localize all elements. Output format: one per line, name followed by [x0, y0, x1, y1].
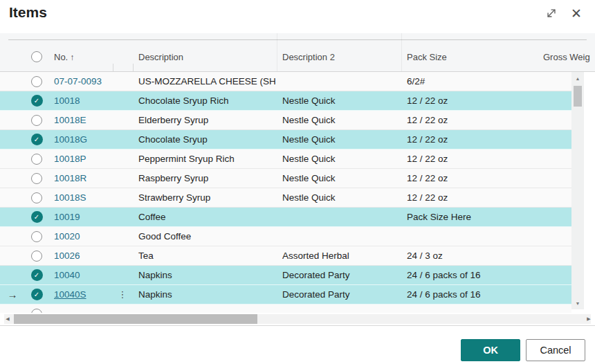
table-row[interactable]: 10018P Peppermint Sryup Rich Nestle Quic… — [0, 149, 571, 169]
scroll-right-icon[interactable]: ▶ — [584, 314, 594, 324]
item-no-link[interactable]: 10018R — [54, 173, 86, 183]
row-select-checkbox[interactable] — [31, 76, 42, 87]
table-row[interactable]: 10026 Tea Assorted Herbal 24 / 3 oz — [0, 246, 571, 266]
row-select-checkbox[interactable] — [31, 231, 42, 242]
select-all-checkbox[interactable] — [31, 51, 42, 62]
row-description2: Decorated Party — [277, 289, 401, 300]
row-select-checkbox[interactable]: ✓ — [31, 289, 43, 300]
row-pack-size: 6/2# — [401, 76, 540, 87]
table-row[interactable] — [0, 304, 571, 313]
row-description: Strawberry Syrup — [133, 192, 277, 203]
row-description: Napkins — [133, 289, 277, 300]
table-header: No.↑ Description Description 2 Pack Size… — [0, 33, 595, 72]
current-row-arrow: → — [8, 289, 18, 300]
column-header-no[interactable]: No.↑ — [48, 52, 112, 71]
table-row[interactable]: 10018E Elderberry Syrup Nestle Quick 12 … — [0, 111, 571, 130]
row-description2: Nestle Quick — [277, 192, 401, 203]
table-row[interactable]: ✓ 10018 Chocolate Sryup Rich Nestle Quic… — [0, 91, 571, 111]
row-select-checkbox[interactable]: ✓ — [31, 95, 43, 107]
page-title: Items — [9, 4, 47, 21]
row-description2: Assorted Herbal — [277, 251, 401, 261]
item-no-link[interactable]: 10019 — [54, 212, 80, 222]
column-header-description2[interactable]: Description 2 — [277, 52, 401, 71]
row-description2: Nestle Quick — [277, 115, 401, 125]
item-no-link[interactable]: 10018G — [54, 134, 87, 145]
row-pack-size: 12 / 22 oz — [401, 134, 540, 145]
table-bottom-divider — [0, 325, 595, 326]
row-description: Tea — [133, 251, 277, 261]
vertical-scrollbar[interactable]: ▲ ▼ — [571, 72, 584, 309]
row-select-checkbox[interactable]: ✓ — [31, 269, 43, 281]
table-row[interactable]: 07-07-0093 US-MOZZARELLA CHEESE (SH… 6/2… — [0, 72, 571, 91]
titlebar-icons: ✕ — [544, 6, 584, 21]
vertical-scrollbar-thumb[interactable] — [574, 86, 582, 107]
row-description: US-MOZZARELLA CHEESE (SH… — [133, 76, 277, 87]
table-row[interactable]: ✓ 10040 Napkins Decorated Party 24 / 6 p… — [0, 266, 571, 285]
row-description: Raspberry Syrup — [133, 173, 277, 183]
item-no-link[interactable]: 10018P — [54, 154, 86, 164]
row-description2: Nestle Quick — [277, 154, 401, 164]
row-pack-size: 12 / 22 oz — [401, 173, 540, 183]
row-select-checkbox[interactable] — [31, 115, 42, 126]
ok-button[interactable]: OK — [461, 339, 520, 361]
row-select-checkbox[interactable] — [31, 173, 42, 184]
row-pack-size: 12 / 22 oz — [401, 192, 540, 203]
column-header-pack-size[interactable]: Pack Size — [401, 52, 540, 71]
item-no-link[interactable]: 10020 — [54, 231, 80, 242]
horizontal-scrollbar-thumb[interactable] — [14, 314, 257, 324]
close-dialog-icon[interactable]: ✕ — [569, 6, 584, 21]
horizontal-scrollbar[interactable]: ◀ ▶ — [0, 313, 595, 325]
scroll-up-icon[interactable]: ▲ — [571, 73, 584, 83]
row-select-checkbox[interactable] — [31, 309, 42, 313]
table-row[interactable]: 10020 Good Coffee — [0, 227, 571, 246]
table-row[interactable]: → ✓ 10040S ⋮ Napkins Decorated Party 24 … — [0, 285, 571, 304]
row-pack-size: 24 / 6 packs of 16 — [401, 289, 540, 300]
row-description: Chocolate Sryup Rich — [133, 95, 277, 106]
row-pack-size: Pack Size Here — [401, 212, 540, 222]
row-description2: Nestle Quick — [277, 173, 401, 183]
table-body: 07-07-0093 US-MOZZARELLA CHEESE (SH… 6/2… — [0, 72, 571, 313]
item-no-link[interactable]: 10040 — [54, 270, 80, 280]
scroll-left-icon[interactable]: ◀ — [3, 314, 12, 324]
row-pack-size: 24 / 6 packs of 16 — [401, 270, 540, 280]
row-select-checkbox[interactable] — [31, 192, 42, 203]
row-description2: Decorated Party — [277, 270, 401, 280]
item-no-link[interactable]: 10026 — [54, 251, 80, 261]
row-pack-size: 12 / 22 oz — [401, 154, 540, 164]
sort-ascending-icon: ↑ — [70, 53, 74, 62]
expand-dialog-icon[interactable] — [544, 6, 559, 21]
row-description: Coffee — [133, 212, 277, 222]
row-menu-icon[interactable]: ⋮ — [118, 289, 127, 300]
row-select-checkbox[interactable] — [31, 154, 42, 165]
row-description: Peppermint Sryup Rich — [133, 154, 277, 164]
item-no-link[interactable]: 07-07-0093 — [54, 76, 102, 87]
row-description2: Nestle Quick — [277, 134, 401, 145]
table-row[interactable]: 10018S Strawberry Syrup Nestle Quick 12 … — [0, 188, 571, 208]
column-header-gross-weight[interactable]: Gross Weig — [540, 52, 595, 71]
row-pack-size: 12 / 22 oz — [401, 95, 540, 106]
items-lookup-dialog: Items ✕ No.↑ Description — [0, 0, 595, 364]
item-no-link[interactable]: 10040S — [54, 289, 86, 300]
cancel-button[interactable]: Cancel — [526, 339, 585, 361]
row-description: Good Coffee — [133, 231, 277, 242]
table-row[interactable]: ✓ 10018G Chocolate Sryup Nestle Quick 12… — [0, 130, 571, 149]
row-description2: Nestle Quick — [277, 95, 401, 106]
item-no-link[interactable]: 10018 — [54, 95, 80, 106]
row-description: Napkins — [133, 270, 277, 280]
item-no-link[interactable]: 10018S — [54, 192, 86, 203]
table-row[interactable]: ✓ 10019 Coffee Pack Size Here — [0, 208, 571, 227]
table-row[interactable]: 10018R Raspberry Syrup Nestle Quick 12 /… — [0, 169, 571, 188]
item-no-link[interactable]: 10018E — [54, 115, 86, 125]
row-select-checkbox[interactable] — [31, 251, 42, 262]
row-pack-size: 12 / 22 oz — [401, 115, 540, 125]
header-row: No.↑ Description Description 2 Pack Size… — [0, 39, 595, 71]
row-pack-size: 24 / 3 oz — [401, 251, 540, 261]
row-select-checkbox[interactable]: ✓ — [31, 134, 43, 145]
row-select-checkbox[interactable]: ✓ — [31, 211, 43, 223]
row-description: Elderberry Syrup — [133, 115, 277, 125]
scroll-down-icon[interactable]: ▼ — [571, 298, 584, 308]
column-header-description[interactable]: Description — [133, 52, 277, 71]
row-description: Chocolate Sryup — [133, 134, 277, 145]
